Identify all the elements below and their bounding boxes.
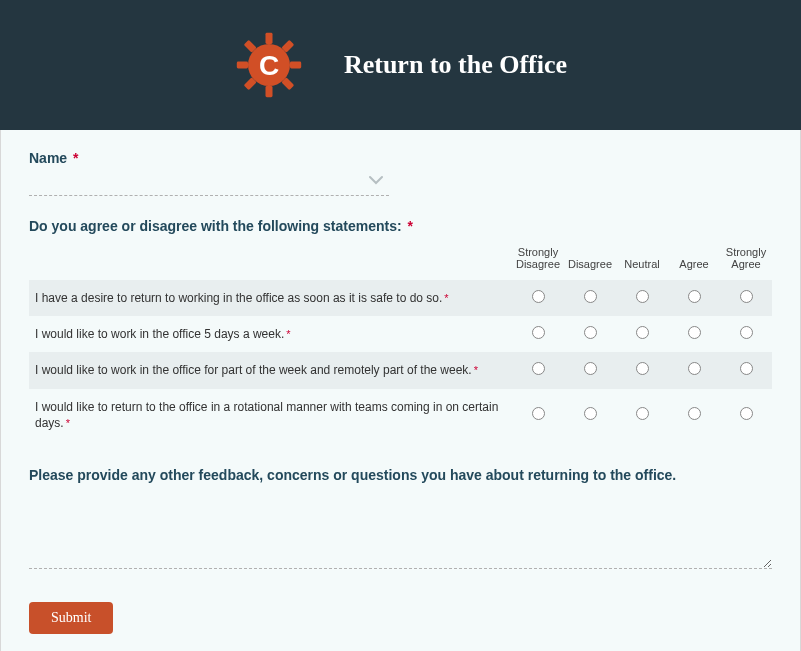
svg-text:C: C — [259, 50, 279, 81]
statement-text: I would like to work in the office for p… — [35, 363, 472, 377]
required-asterisk: * — [408, 218, 413, 234]
matrix-row: I would like to return to the office in … — [29, 389, 772, 441]
svg-rect-4 — [290, 62, 301, 69]
matrix-row: I would like to work in the office 5 day… — [29, 316, 772, 352]
radio-strongly-disagree[interactable] — [532, 407, 545, 420]
radio-strongly-disagree[interactable] — [532, 326, 545, 339]
radio-neutral[interactable] — [636, 407, 649, 420]
matrix-question-text: Do you agree or disagree with the follow… — [29, 218, 402, 234]
matrix-col-header: Disagree — [564, 242, 616, 280]
matrix-col-header: Strongly Agree — [720, 242, 772, 280]
page-header: C Return to the Office — [0, 0, 801, 130]
chevron-down-icon — [369, 174, 383, 188]
svg-rect-1 — [265, 33, 272, 44]
form-container: Name * Do you agree or disagree with the… — [0, 130, 801, 651]
radio-disagree[interactable] — [584, 407, 597, 420]
radio-agree[interactable] — [688, 290, 701, 303]
name-select-wrap — [29, 172, 389, 196]
statement-text: I would like to work in the office 5 day… — [35, 327, 284, 341]
radio-agree[interactable] — [688, 407, 701, 420]
matrix-col-header: Strongly Disagree — [512, 242, 564, 280]
matrix-row: I have a desire to return to working in … — [29, 280, 772, 316]
name-label: Name * — [29, 150, 772, 166]
matrix-row-statement: I have a desire to return to working in … — [29, 280, 512, 316]
radio-strongly-agree[interactable] — [740, 407, 753, 420]
required-asterisk: * — [474, 364, 478, 376]
required-asterisk: * — [444, 292, 448, 304]
radio-neutral[interactable] — [636, 290, 649, 303]
radio-neutral[interactable] — [636, 362, 649, 375]
matrix-col-header: Neutral — [616, 242, 668, 280]
matrix-row-statement: I would like to return to the office in … — [29, 389, 512, 441]
statement-text: I have a desire to return to working in … — [35, 291, 442, 305]
radio-agree[interactable] — [688, 326, 701, 339]
radio-strongly-agree[interactable] — [740, 326, 753, 339]
name-label-text: Name — [29, 150, 67, 166]
feedback-textarea[interactable] — [29, 491, 772, 569]
name-select[interactable] — [29, 172, 389, 196]
svg-rect-2 — [265, 86, 272, 97]
gear-c-logo-icon: C — [234, 30, 304, 100]
radio-disagree[interactable] — [584, 290, 597, 303]
required-asterisk: * — [73, 150, 78, 166]
radio-strongly-agree[interactable] — [740, 290, 753, 303]
radio-disagree[interactable] — [584, 362, 597, 375]
required-asterisk: * — [286, 328, 290, 340]
radio-strongly-disagree[interactable] — [532, 362, 545, 375]
matrix-row-statement: I would like to work in the office for p… — [29, 352, 512, 388]
radio-disagree[interactable] — [584, 326, 597, 339]
matrix-row-statement: I would like to work in the office 5 day… — [29, 316, 512, 352]
required-asterisk: * — [66, 417, 70, 429]
likert-matrix: Strongly Disagree Disagree Neutral Agree… — [29, 242, 772, 441]
statement-text: I would like to return to the office in … — [35, 400, 498, 430]
radio-neutral[interactable] — [636, 326, 649, 339]
radio-strongly-agree[interactable] — [740, 362, 753, 375]
submit-button[interactable]: Submit — [29, 602, 113, 634]
page-title: Return to the Office — [344, 50, 567, 80]
feedback-label: Please provide any other feedback, conce… — [29, 467, 772, 483]
matrix-col-header: Agree — [668, 242, 720, 280]
matrix-question-label: Do you agree or disagree with the follow… — [29, 218, 772, 234]
matrix-row: I would like to work in the office for p… — [29, 352, 772, 388]
radio-agree[interactable] — [688, 362, 701, 375]
svg-rect-3 — [237, 62, 248, 69]
radio-strongly-disagree[interactable] — [532, 290, 545, 303]
matrix-header-row: Strongly Disagree Disagree Neutral Agree… — [29, 242, 772, 280]
matrix-header-stub — [29, 242, 512, 280]
